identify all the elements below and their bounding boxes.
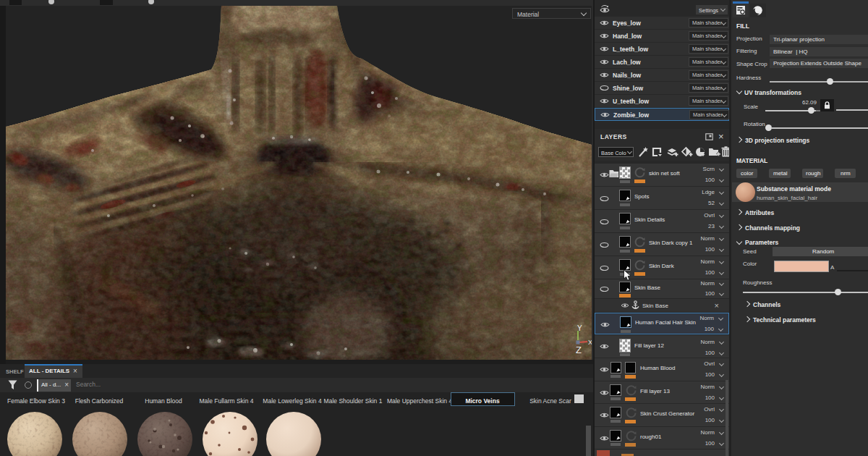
svg-text:Y: Y <box>577 324 582 332</box>
svg-text:X: X <box>588 339 592 346</box>
svg-text:Z: Z <box>576 345 582 355</box>
